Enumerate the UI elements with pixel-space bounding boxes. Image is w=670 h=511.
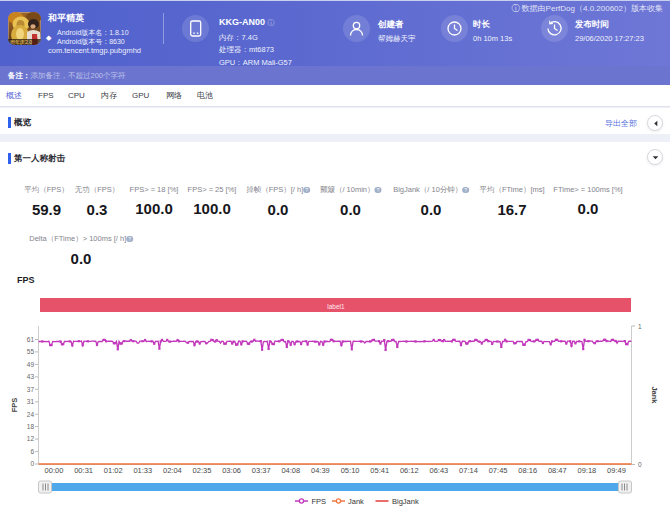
svg-text:07:14: 07:14 bbox=[459, 466, 478, 475]
svg-text:0: 0 bbox=[638, 461, 642, 468]
svg-text:49: 49 bbox=[27, 361, 35, 368]
svg-text:BigJank: BigJank bbox=[392, 497, 419, 506]
svg-text:12: 12 bbox=[27, 435, 35, 442]
svg-text:06:12: 06:12 bbox=[400, 466, 419, 475]
svg-text:02:04: 02:04 bbox=[163, 466, 182, 475]
svg-text:6: 6 bbox=[30, 448, 34, 455]
svg-text:05:10: 05:10 bbox=[341, 466, 360, 475]
svg-text:31: 31 bbox=[27, 398, 35, 405]
svg-text:03:37: 03:37 bbox=[252, 466, 271, 475]
svg-text:18: 18 bbox=[27, 423, 35, 430]
svg-text:03:06: 03:06 bbox=[222, 466, 241, 475]
svg-text:09:49: 09:49 bbox=[607, 466, 626, 475]
svg-text:0: 0 bbox=[30, 460, 34, 467]
svg-text:label1: label1 bbox=[327, 303, 345, 310]
svg-text:02:35: 02:35 bbox=[193, 466, 212, 475]
svg-text:37: 37 bbox=[27, 386, 35, 393]
svg-text:05:41: 05:41 bbox=[370, 466, 389, 475]
svg-text:01:02: 01:02 bbox=[104, 466, 123, 475]
svg-text:06:43: 06:43 bbox=[430, 466, 449, 475]
svg-text:01:33: 01:33 bbox=[133, 466, 152, 475]
svg-text:55: 55 bbox=[27, 348, 35, 355]
svg-text:04:39: 04:39 bbox=[311, 466, 330, 475]
svg-text:08:47: 08:47 bbox=[548, 466, 567, 475]
svg-text:FPS: FPS bbox=[312, 497, 327, 506]
svg-text:Jank: Jank bbox=[650, 386, 659, 404]
svg-text:07:45: 07:45 bbox=[489, 466, 508, 475]
svg-text:00:31: 00:31 bbox=[74, 466, 93, 475]
svg-text:FPS: FPS bbox=[10, 398, 19, 413]
svg-text:43: 43 bbox=[27, 373, 35, 380]
svg-text:Jank: Jank bbox=[348, 497, 364, 506]
svg-text:1: 1 bbox=[638, 323, 642, 330]
svg-text:08:16: 08:16 bbox=[518, 466, 537, 475]
svg-text:00:00: 00:00 bbox=[45, 466, 64, 475]
svg-text:61: 61 bbox=[27, 336, 35, 343]
svg-text:24: 24 bbox=[27, 411, 35, 418]
svg-text:09:18: 09:18 bbox=[578, 466, 597, 475]
svg-text:04:08: 04:08 bbox=[281, 466, 300, 475]
